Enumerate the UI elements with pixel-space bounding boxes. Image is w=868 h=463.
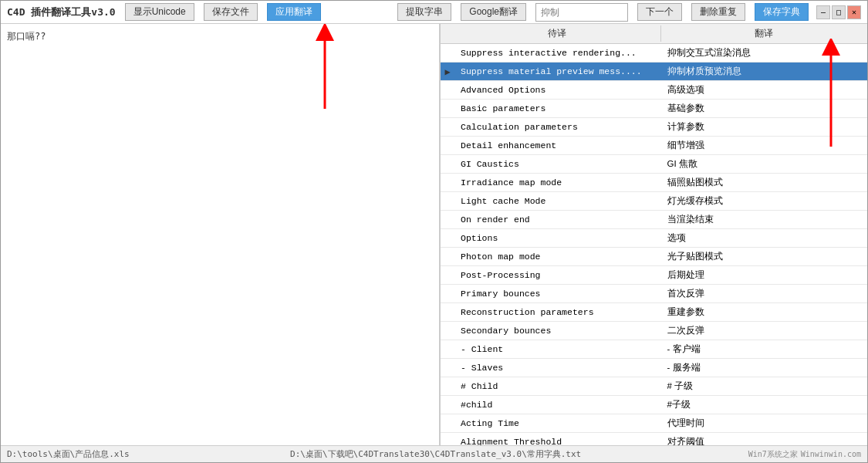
table-row[interactable]: - Client- 客户端 xyxy=(441,340,867,359)
translated-cell: 光子贴图模式 xyxy=(661,249,868,264)
pending-cell: Reconstruction parameters xyxy=(454,306,661,319)
pending-cell: #child xyxy=(454,398,661,411)
translated-cell: 抑制材质预览消息 xyxy=(661,64,868,79)
save-file-button[interactable]: 保存文件 xyxy=(204,3,258,21)
pending-cell: Photon map mode xyxy=(454,250,661,263)
translated-cell: 重建参数 xyxy=(661,305,868,319)
google-translate-button[interactable]: Google翻译 xyxy=(461,3,526,21)
pending-cell: # Child xyxy=(454,380,661,393)
table-row[interactable]: Basic parameters基础参数 xyxy=(441,100,867,118)
translated-cell: 后期处理 xyxy=(661,268,868,282)
table-row[interactable]: ▶Suppress material preview mess....抑制材质预… xyxy=(441,63,867,81)
pending-cell: Acting Time xyxy=(454,417,661,430)
pending-cell: GI Caustics xyxy=(454,157,661,171)
maximize-button[interactable]: □ xyxy=(832,5,846,19)
translated-cell: GI 焦散 xyxy=(661,157,868,171)
suppress-input[interactable] xyxy=(535,3,628,22)
pending-cell: Suppress interactive rendering... xyxy=(454,46,661,59)
pending-cell: Detail enhancement xyxy=(454,139,661,152)
pending-cell: Advanced Options xyxy=(454,83,661,96)
pending-cell: On render end xyxy=(454,213,661,226)
table-row[interactable]: #child#子级 xyxy=(441,396,867,414)
translated-cell: #子级 xyxy=(661,397,868,412)
winwinwin-text: Winwinwin.com xyxy=(801,450,861,458)
translated-cell: 首次反弹 xyxy=(661,286,868,301)
pending-cell: Basic parameters xyxy=(454,102,661,115)
close-button[interactable]: ✕ xyxy=(847,5,861,19)
col-pending-header: 待译 xyxy=(454,25,661,42)
left-panel: 那口嗝?? xyxy=(1,24,441,445)
main-window: C4D 插件翻译工具v3.0 显示Unicode 保存文件 应用翻译 提取字串 … xyxy=(0,0,868,463)
table-row[interactable]: Alignment Threshold对齐阈值 xyxy=(441,433,867,445)
row-indicator: ▶ xyxy=(441,66,454,77)
left-panel-text: 那口嗝?? xyxy=(4,27,436,46)
win7-text: Win7系统之家 xyxy=(748,449,798,460)
pending-cell: Irradiance map mode xyxy=(454,176,661,189)
table-row[interactable]: Reconstruction parameters重建参数 xyxy=(441,303,867,322)
table-row[interactable]: Photon map mode光子贴图模式 xyxy=(441,248,867,266)
table-row[interactable]: Acting Time代理时间 xyxy=(441,414,867,433)
save-dict-button[interactable]: 保存字典 xyxy=(755,3,809,21)
translated-cell: # 子级 xyxy=(661,379,868,394)
pending-cell: - Slaves xyxy=(454,361,661,374)
translated-cell: 细节增强 xyxy=(661,138,868,153)
table-body[interactable]: Suppress interactive rendering...抑制交互式渲染… xyxy=(441,44,867,445)
apply-translate-button[interactable]: 应用翻译 xyxy=(267,3,321,21)
app-title: C4D 插件翻译工具v3.0 xyxy=(7,5,116,19)
toolbar-right: 提取字串 Google翻译 下一个 删除重复 保存字典 xyxy=(397,3,809,22)
title-bar: C4D 插件翻译工具v3.0 显示Unicode 保存文件 应用翻译 提取字串 … xyxy=(1,1,867,24)
pending-cell: Light cache Mode xyxy=(454,194,661,208)
table-row[interactable]: Options选项 xyxy=(441,229,867,248)
translated-cell: 选项 xyxy=(661,231,868,245)
pending-cell: Calculation parameters xyxy=(454,120,661,133)
table-row[interactable]: Light cache Mode灯光缓存模式 xyxy=(441,192,867,211)
translated-cell: 基础参数 xyxy=(661,101,868,116)
pending-cell: - Client xyxy=(454,343,661,356)
translated-cell: 抑制交互式渲染消息 xyxy=(661,46,868,60)
translated-cell: 二次反弹 xyxy=(661,323,868,338)
table-row[interactable]: # Child# 子级 xyxy=(441,377,867,396)
table-row[interactable]: Suppress interactive rendering...抑制交互式渲染… xyxy=(441,44,867,63)
status-bar: D:\tools\桌面\产品信息.xls D:\桌面\下载吧\C4DTransl… xyxy=(1,445,867,462)
table-row[interactable]: Calculation parameters计算参数 xyxy=(441,118,867,137)
show-unicode-button[interactable]: 显示Unicode xyxy=(125,3,194,21)
translated-cell: 计算参数 xyxy=(661,120,868,134)
translated-cell: 当渲染结束 xyxy=(661,212,868,227)
pending-cell: Secondary bounces xyxy=(454,324,661,337)
minimize-button[interactable]: — xyxy=(816,5,830,19)
table-row[interactable]: On render end当渲染结束 xyxy=(441,211,867,229)
window-controls: — □ ✕ xyxy=(816,5,861,19)
pending-cell: Options xyxy=(454,231,661,245)
translated-cell: 高级选项 xyxy=(661,83,868,97)
col-translated-header: 翻译 xyxy=(661,25,868,42)
pending-cell: Alignment Threshold xyxy=(454,435,661,445)
translated-cell: 代理时间 xyxy=(661,416,868,431)
right-panel: 待译 翻译 Suppress interactive rendering...抑… xyxy=(441,24,867,445)
title-bar-left: C4D 插件翻译工具v3.0 显示Unicode 保存文件 应用翻译 xyxy=(7,3,321,21)
table-row[interactable]: Secondary bounces二次反弹 xyxy=(441,322,867,340)
translated-cell: 辐照贴图模式 xyxy=(661,175,868,190)
pending-cell: Suppress material preview mess.... xyxy=(454,65,661,78)
next-button[interactable]: 下一个 xyxy=(637,3,682,21)
translated-cell: - 服务端 xyxy=(661,360,868,375)
translated-cell: - 客户端 xyxy=(661,342,868,357)
status-right: D:\桌面\下载吧\C4DTranslate30\C4DTranslate_v3… xyxy=(290,448,581,460)
table-row[interactable]: Primary bounces首次反弹 xyxy=(441,285,867,303)
table-row[interactable]: Detail enhancement细节增强 xyxy=(441,137,867,155)
pending-cell: Post-Processing xyxy=(454,269,661,282)
table-row[interactable]: Advanced Options高级选项 xyxy=(441,81,867,100)
table-row[interactable]: - Slaves- 服务端 xyxy=(441,359,867,377)
delete-dup-button[interactable]: 删除重复 xyxy=(691,3,745,21)
table-row[interactable]: Irradiance map mode辐照贴图模式 xyxy=(441,174,867,192)
extract-button[interactable]: 提取字串 xyxy=(397,3,451,21)
status-left: D:\tools\桌面\产品信息.xls xyxy=(7,448,130,460)
table-header: 待译 翻译 xyxy=(441,24,867,44)
translated-cell: 对齐阈值 xyxy=(661,434,868,445)
table-row[interactable]: GI CausticsGI 焦散 xyxy=(441,155,867,174)
table-row[interactable]: Post-Processing后期处理 xyxy=(441,266,867,285)
main-content: 那口嗝?? 待译 翻译 Suppress interactive r xyxy=(1,24,867,445)
pending-cell: Primary bounces xyxy=(454,287,661,300)
translated-cell: 灯光缓存模式 xyxy=(661,194,868,208)
